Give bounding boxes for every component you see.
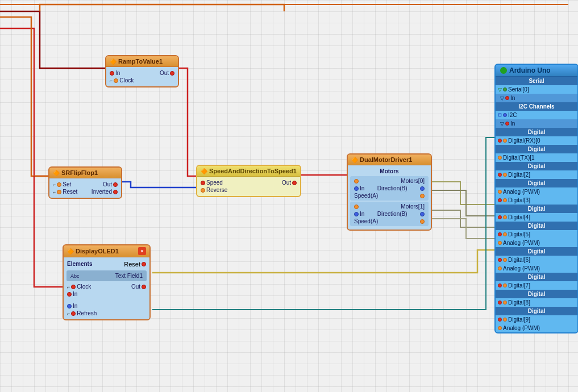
digital-tx-port[interactable]: Digital(TX)[1 [496, 153, 577, 162]
digital-rx-port[interactable]: Digital(RX)[0 [496, 136, 577, 145]
arduino-i2c-in-dot [505, 122, 509, 126]
digital6-dot [503, 258, 507, 262]
motor0-label: Motors[0] [401, 178, 425, 184]
sr-set-label: Set [63, 181, 71, 187]
sr-out-label: Out [103, 181, 112, 187]
display-oled-node[interactable]: 🔶 DisplayOLED1 × Elements Reset Abc Text… [63, 244, 151, 320]
serial-arrow: ▽ [498, 87, 502, 93]
ramp-in-port[interactable]: In Out [107, 69, 177, 77]
digital-section4: Digital [496, 179, 577, 187]
sr-reset-port[interactable]: ⌐ Reset Inverted [51, 188, 120, 195]
display-reset-dot [142, 262, 146, 266]
sr-flip-flop-header: 🔶 SRFlipFlop1 [49, 168, 121, 178]
text-field-icon: Abc [70, 273, 80, 279]
sr-set-dot [57, 182, 61, 187]
motor1-direction-port[interactable]: In Direction(B) [352, 210, 427, 218]
analog-pwm2-port[interactable]: Analog (PWM) [496, 239, 577, 247]
sr-flip-flop-node[interactable]: 🔶 SRFlipFlop1 ⌐ Set Out ⌐ Reset [48, 166, 122, 199]
digital-rx-label: Digital(RX)[0 [508, 137, 540, 144]
digital-section7: Digital [496, 247, 577, 256]
display-clock-symbol: ⌐ [67, 284, 70, 290]
serial0-port[interactable]: ▽ Serial[0] [496, 85, 577, 94]
motor0-direction-port[interactable]: In Direction(B) [352, 185, 427, 192]
flipflop-icon: 🔶 [53, 170, 60, 176]
analog-pwm1-dot [498, 190, 502, 194]
display-in1-label: In [73, 291, 77, 297]
ramp-in-label: In [115, 70, 120, 76]
display-close-button[interactable]: × [138, 247, 146, 255]
digital4-port[interactable]: Digital[4] [496, 213, 577, 222]
speed-icon: 🔶 [201, 168, 207, 174]
sd-reverse-dot [201, 188, 205, 193]
display-clock-port[interactable]: ⌐ Clock Out [65, 283, 148, 290]
arduino-in-port[interactable]: ▽ In [496, 94, 577, 102]
display-in-port1[interactable]: In [65, 290, 148, 298]
digital6-in-dot [498, 258, 502, 262]
motor1-dir-out-dot [420, 212, 425, 216]
i2c-port[interactable]: ⊡ I2C [496, 111, 577, 119]
digital-label9: Digital [528, 291, 546, 297]
motor0-speed-port[interactable]: Speed(A) [352, 192, 427, 199]
ramp-clock-port[interactable]: ⌐ Clock [107, 77, 177, 84]
display-refresh-label: Refresh [77, 310, 97, 316]
digital9-port[interactable]: Digital[9] [496, 315, 577, 324]
text-field-label: Text Field1 [115, 273, 143, 279]
dual-motor-driver-node[interactable]: 🔶 DualMotorDriver1 Motors Motors[0] In [347, 153, 432, 231]
ramp-clock-label: Clock [119, 77, 134, 84]
display-oled-body: Elements Reset Abc Text Field1 ⌐ Clock [64, 257, 149, 319]
arduino-i2c-in-label: In [510, 120, 515, 127]
digital2-port[interactable]: Digital[2] [496, 170, 577, 179]
digital-label6: Digital [528, 223, 546, 229]
display-out-label: Out [131, 283, 140, 290]
sr-out-dot [113, 182, 118, 187]
ramp-to-value-node[interactable]: 🔶 RampToValue1 In Out ⌐ Clock [105, 55, 179, 87]
ramp-clock-dot [114, 78, 118, 83]
digital3-port[interactable]: Digital[3] [496, 196, 577, 205]
motor-section-label: Motors [349, 168, 430, 175]
sr-reset-label: Reset [63, 189, 77, 195]
digital6-port[interactable]: Digital[6] [496, 256, 577, 264]
digital-section-header: Digital [496, 128, 577, 136]
display-in-port2[interactable]: In [65, 302, 148, 310]
motor0-direction-label: Direction(B) [377, 185, 407, 191]
digital8-in-dot [498, 301, 502, 305]
arduino-i2c-in-port[interactable]: ▽ In [496, 119, 577, 128]
ramp-out-dot [170, 71, 174, 76]
display-refresh-dot [71, 311, 76, 316]
display-icon: 🔶 [67, 248, 74, 255]
sr-set-port[interactable]: ⌐ Set Out [51, 181, 120, 188]
digital-label2: Digital [528, 146, 546, 152]
arduino-i2c-in-arrow: ▽ [500, 121, 504, 127]
analog-pwm3-port[interactable]: Analog (PWM) [496, 264, 577, 273]
digital4-in-dot [498, 215, 502, 219]
sd-reverse-label: Reverse [206, 187, 227, 193]
digital8-port[interactable]: Digital[8] [496, 298, 577, 307]
speed-direction-node[interactable]: 🔶 SpeedAndDirectionToSpeed1 Speed Out Re… [196, 165, 301, 197]
motor0-dir-out-dot [420, 186, 425, 191]
sd-speed-port[interactable]: Speed Out [198, 179, 299, 186]
motor1-group: Motors[1] In Direction(B) Speed(A) [350, 202, 429, 226]
ramp-in-dot [110, 71, 114, 76]
analog-pwm1-port[interactable]: Analog (PWM) [496, 187, 577, 196]
analog-pwm1-label: Analog (PWM) [503, 189, 540, 195]
motor1-speed-port[interactable]: Speed(A) [352, 218, 427, 225]
sd-speed-dot [201, 181, 205, 185]
analog-pwm2-dot [498, 241, 502, 245]
i2c-label-text: I2C [508, 112, 517, 118]
digital7-port[interactable]: Digital[7] [496, 281, 577, 290]
display-clock-dot [71, 285, 76, 289]
digital-rx-dot [503, 139, 507, 143]
serial0-label: Serial[0] [508, 86, 529, 93]
sr-inverted-dot [113, 190, 118, 194]
display-reset-label: Reset [124, 261, 140, 268]
arduino-uno-node[interactable]: Arduino Uno Serial ▽ Serial[0] ▽ In I2C … [494, 64, 578, 333]
digital7-in-dot [498, 283, 502, 287]
analog-pwm3-label: Analog (PWM) [503, 265, 540, 272]
digital5-in-dot [498, 232, 502, 236]
sd-reverse-port[interactable]: Reverse [198, 186, 299, 194]
digital-label3: Digital [528, 163, 546, 169]
digital5-port[interactable]: Digital[5] [496, 230, 577, 239]
digital-label10: Digital [528, 308, 546, 314]
analog-pwm4-port[interactable]: Analog (PWM) [496, 324, 577, 332]
display-refresh-port[interactable]: ⌐ Refresh [65, 310, 148, 317]
